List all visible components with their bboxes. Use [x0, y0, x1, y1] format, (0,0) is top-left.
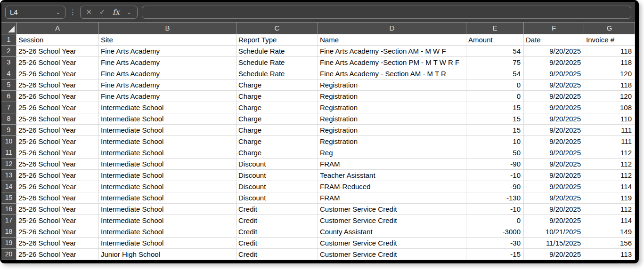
cell-D6[interactable]: Registration	[318, 91, 466, 102]
cell-E2[interactable]: 54	[466, 46, 524, 57]
cell-C9[interactable]: Charge	[236, 125, 318, 136]
cell-F7[interactable]: 9/20/2025	[524, 102, 584, 113]
row-header-12[interactable]: 12	[1, 159, 16, 170]
cell-C20[interactable]: Credit	[236, 249, 318, 260]
cell-E6[interactable]: 0	[466, 91, 524, 102]
cell-E15[interactable]: -130	[466, 192, 524, 204]
cell-C7[interactable]: Charge	[236, 102, 318, 113]
cell-C18[interactable]: Credit	[236, 226, 318, 238]
row-header-6[interactable]: 6	[1, 91, 16, 102]
cell-E16[interactable]: -10	[466, 204, 524, 215]
cell-F17[interactable]: 9/20/2025	[524, 215, 584, 226]
row-header-15[interactable]: 15	[1, 192, 16, 204]
row-header-10[interactable]: 10	[1, 136, 16, 147]
cell-E5[interactable]: 0	[466, 79, 524, 91]
cell-B2[interactable]: Fine Arts Academy	[99, 46, 236, 57]
cell-A13[interactable]: 25-26 School Year	[16, 170, 99, 181]
cell-E11[interactable]: 50	[466, 147, 524, 159]
cell-C13[interactable]: Discount	[236, 170, 318, 181]
cell-D1[interactable]: Name	[318, 34, 466, 46]
cell-G4[interactable]: 120	[584, 68, 635, 79]
row-header-18[interactable]: 18	[1, 226, 16, 238]
cell-B14[interactable]: Intermediate School	[99, 181, 236, 192]
cell-D15[interactable]: FRAM	[318, 192, 466, 204]
cell-G11[interactable]: 112	[584, 147, 635, 159]
cell-A15[interactable]: 25-26 School Year	[16, 192, 99, 204]
cell-G3[interactable]: 118	[584, 57, 635, 68]
cell-D5[interactable]: Registration	[318, 79, 466, 91]
cell-F6[interactable]: 9/20/2025	[524, 91, 584, 102]
cell-A6[interactable]: 25-26 School Year	[16, 91, 99, 102]
cell-E19[interactable]: -30	[466, 238, 524, 249]
cell-E12[interactable]: -90	[466, 159, 524, 170]
cell-E4[interactable]: 54	[466, 68, 524, 79]
cell-G15[interactable]: 119	[584, 192, 635, 204]
cell-G8[interactable]: 110	[584, 113, 635, 125]
cell-A17[interactable]: 25-26 School Year	[16, 215, 99, 226]
cell-A16[interactable]: 25-26 School Year	[16, 204, 99, 215]
column-header-g[interactable]: G	[584, 23, 635, 34]
row-header-16[interactable]: 16	[1, 204, 16, 215]
select-all-button[interactable]	[1, 23, 16, 34]
name-box-dropdown-icon[interactable]: ⌄	[56, 9, 61, 15]
cell-B8[interactable]: Intermediate School	[99, 113, 236, 125]
cell-A11[interactable]: 25-26 School Year	[16, 147, 99, 159]
cell-D3[interactable]: Fine Arts Academy -Section PM - M T W R …	[318, 57, 466, 68]
formula-bar-input[interactable]	[142, 6, 631, 19]
cell-G19[interactable]: 156	[584, 238, 635, 249]
cell-E18[interactable]: -3000	[466, 226, 524, 238]
cell-F11[interactable]: 9/20/2025	[524, 147, 584, 159]
cell-A4[interactable]: 25-26 School Year	[16, 68, 99, 79]
column-header-c[interactable]: C	[236, 23, 318, 34]
cell-F19[interactable]: 11/15/2025	[524, 238, 584, 249]
enter-icon[interactable]: ✓	[99, 8, 105, 16]
cell-C11[interactable]: Charge	[236, 147, 318, 159]
cell-C19[interactable]: Credit	[236, 238, 318, 249]
cell-D12[interactable]: FRAM	[318, 159, 466, 170]
cell-A1[interactable]: Session	[16, 34, 99, 46]
row-header-11[interactable]: 11	[1, 147, 16, 159]
row-header-17[interactable]: 17	[1, 215, 16, 226]
cell-D4[interactable]: Fine Arts Academy - Section AM - M T R	[318, 68, 466, 79]
cell-B16[interactable]: Intermediate School	[99, 204, 236, 215]
cell-C5[interactable]: Charge	[236, 79, 318, 91]
cell-B5[interactable]: Fine Arts Academy	[99, 79, 236, 91]
cell-D18[interactable]: County Assistant	[318, 226, 466, 238]
cancel-icon[interactable]: ✕	[86, 8, 92, 16]
cell-F9[interactable]: 9/20/2025	[524, 125, 584, 136]
cell-E14[interactable]: -90	[466, 181, 524, 192]
cell-D7[interactable]: Registration	[318, 102, 466, 113]
row-header-14[interactable]: 14	[1, 181, 16, 192]
cell-E1[interactable]: Amount	[466, 34, 524, 46]
row-header-5[interactable]: 5	[1, 79, 16, 91]
cell-F14[interactable]: 9/20/2025	[524, 181, 584, 192]
toolbar-grip-icon[interactable]: ⋮	[69, 8, 76, 16]
cell-A7[interactable]: 25-26 School Year	[16, 102, 99, 113]
cell-D20[interactable]: Customer Service Credit	[318, 249, 466, 260]
cell-D19[interactable]: Customer Service Credit	[318, 238, 466, 249]
cell-B1[interactable]: Site	[99, 34, 236, 46]
cell-F8[interactable]: 9/20/2025	[524, 113, 584, 125]
cell-B17[interactable]: Intermediate School	[99, 215, 236, 226]
column-header-a[interactable]: A	[16, 23, 99, 34]
cell-F2[interactable]: 9/20/2025	[524, 46, 584, 57]
row-header-19[interactable]: 19	[1, 238, 16, 249]
column-header-f[interactable]: F	[524, 23, 584, 34]
cell-G12[interactable]: 112	[584, 159, 635, 170]
cell-A14[interactable]: 25-26 School Year	[16, 181, 99, 192]
column-header-e[interactable]: E	[466, 23, 524, 34]
cell-A3[interactable]: 25-26 School Year	[16, 57, 99, 68]
cell-B13[interactable]: Intermediate School	[99, 170, 236, 181]
cell-B4[interactable]: Fine Arts Academy	[99, 68, 236, 79]
cell-D14[interactable]: FRAM-Reduced	[318, 181, 466, 192]
cell-G1[interactable]: Invoice #	[584, 34, 635, 46]
cell-B9[interactable]: Intermediate School	[99, 125, 236, 136]
cell-E7[interactable]: 15	[466, 102, 524, 113]
cell-B18[interactable]: Intermediate School	[99, 226, 236, 238]
cell-E9[interactable]: 15	[466, 125, 524, 136]
cell-F5[interactable]: 9/20/2025	[524, 79, 584, 91]
row-header-13[interactable]: 13	[1, 170, 16, 181]
cell-C1[interactable]: Report Type	[236, 34, 318, 46]
cell-C17[interactable]: Credit	[236, 215, 318, 226]
cell-B6[interactable]: Fine Arts Academy	[99, 91, 236, 102]
